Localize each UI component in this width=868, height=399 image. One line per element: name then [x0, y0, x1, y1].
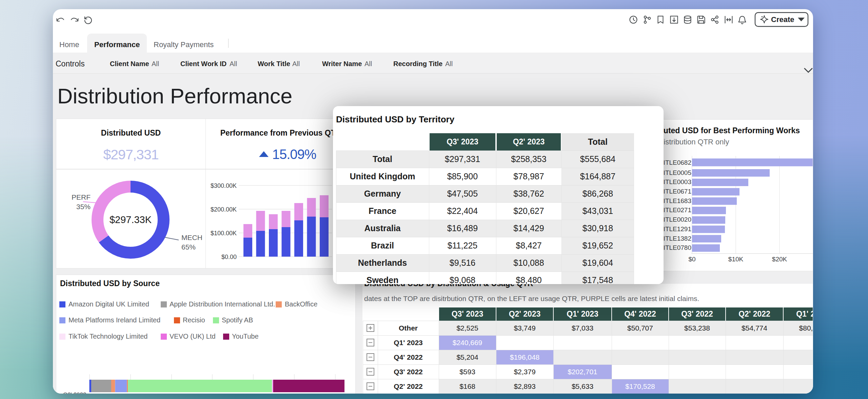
svg-text:$0.00: $0.00	[221, 254, 237, 260]
svg-text:TITLE1382: TITLE1382	[659, 235, 691, 242]
svg-text:$300.00K: $300.00K	[211, 182, 237, 189]
svg-text:TITLE0682: TITLE0682	[659, 159, 691, 166]
svg-text:$10K: $10K	[728, 256, 744, 262]
svg-text:TITLE0020: TITLE0020	[659, 216, 691, 223]
svg-text:Q3' 2023: Q3' 2023	[63, 392, 86, 394]
svg-text:PERF: PERF	[72, 193, 91, 201]
svg-text:TITLE1683: TITLE1683	[659, 197, 691, 204]
svg-text:TITLE0671: TITLE0671	[659, 188, 691, 195]
svg-text:TITLE0271: TITLE0271	[659, 206, 691, 214]
svg-text:TITLE0780: TITLE0780	[659, 244, 691, 251]
svg-text:$0: $0	[688, 256, 695, 262]
svg-text:$200.00K: $200.00K	[211, 206, 237, 213]
svg-text:MECH: MECH	[181, 234, 202, 241]
svg-text:TITLE0003: TITLE0003	[659, 178, 691, 185]
svg-text:65%: 65%	[181, 243, 196, 251]
svg-text:$20K: $20K	[772, 256, 787, 262]
svg-text:TITLE1291: TITLE1291	[659, 225, 691, 233]
svg-text:TITLE0005: TITLE0005	[659, 169, 691, 176]
svg-text:$100.00K: $100.00K	[211, 230, 237, 237]
svg-text:35%: 35%	[76, 203, 91, 211]
svg-text:$297.33K: $297.33K	[110, 214, 152, 225]
